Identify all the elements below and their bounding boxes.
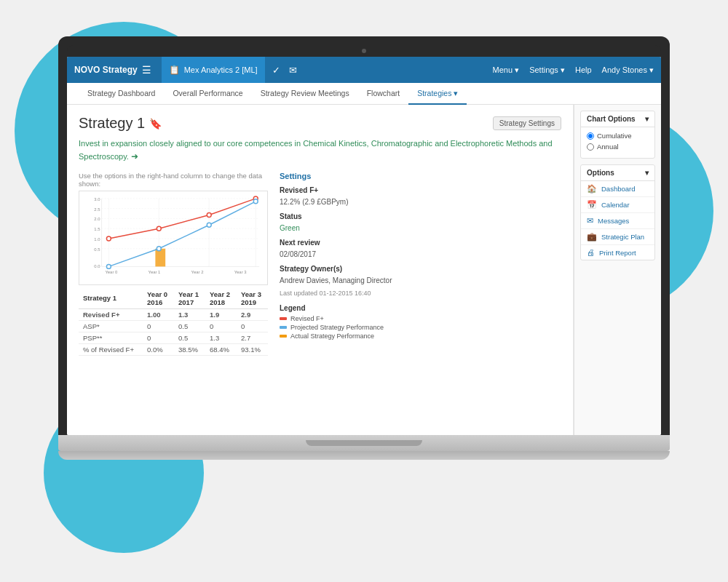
legend-label: Projected Strategy Performance xyxy=(290,324,384,331)
link-icon: 📅 xyxy=(587,200,597,210)
chart-option-radio[interactable] xyxy=(587,143,594,151)
laptop-screen: NOVO Strategy ☰ 📋 Mex Analytics 2 [ML] ✓… xyxy=(67,57,661,435)
link-icon: 🏠 xyxy=(587,184,597,194)
svg-text:3.0: 3.0 xyxy=(94,196,100,201)
legend-color xyxy=(280,326,287,329)
chart-hint: Use the options in the right-hand column… xyxy=(79,172,268,188)
legend-color xyxy=(280,335,287,338)
right-sidebar: Chart Options ▾ CumulativeAnnual Options xyxy=(574,105,661,435)
svg-point-28 xyxy=(106,264,111,268)
sec-nav-flowchart[interactable]: Flowchart xyxy=(358,83,409,105)
legend-color xyxy=(280,317,287,320)
chart-option-radio[interactable] xyxy=(587,132,594,140)
laptop-notch xyxy=(306,440,422,446)
col-header-strategy: Strategy 1 xyxy=(79,288,143,309)
table-row: ASP*00.500 xyxy=(79,320,268,332)
sidebar-link-calendar[interactable]: 📅Calendar xyxy=(581,197,654,213)
main-content: Strategy 1 🔖 Strategy Settings Invest in… xyxy=(67,105,661,435)
link-icon: 💼 xyxy=(587,232,597,242)
status-row: Status Green xyxy=(280,211,396,234)
chart-option-label: Annual xyxy=(597,143,619,151)
sec-nav-meetings[interactable]: Strategy Review Meetings xyxy=(252,83,358,105)
last-updated: Last updated 01-12-2015 16:40 xyxy=(280,290,396,297)
legend-label: Actual Strategy Performance xyxy=(290,332,374,340)
chart-options-section: Chart Options ▾ CumulativeAnnual xyxy=(580,111,655,159)
col-header-year3: Year 32019 xyxy=(237,288,268,309)
svg-point-29 xyxy=(157,246,161,250)
sec-nav-performance[interactable]: Overall Performance xyxy=(164,83,251,105)
edit-arrow-icon[interactable]: ➜ xyxy=(131,151,138,162)
revised-label: Revised F+ 12.2% (2.9 £GBPym) xyxy=(280,185,396,208)
strategy-header: Strategy 1 🔖 Strategy Settings xyxy=(79,115,561,132)
sec-nav-strategies[interactable]: Strategies ▾ xyxy=(408,83,467,105)
chevron-down-icon: ▾ xyxy=(645,115,649,123)
legend-section: Legend Revised F+Projected Strategy Perf… xyxy=(280,304,396,340)
nav-icons: ✓ ✉ xyxy=(272,65,297,76)
svg-text:2.0: 2.0 xyxy=(94,217,100,221)
brand-label: NOVO Strategy xyxy=(74,65,138,75)
svg-text:2.5: 2.5 xyxy=(94,207,100,211)
sidebar-link-dashboard[interactable]: 🏠Dashboard xyxy=(581,181,654,197)
chart-option-item[interactable]: Cumulative xyxy=(587,132,649,140)
options-header[interactable]: Options ▾ xyxy=(581,165,654,181)
hamburger-icon[interactable]: ☰ xyxy=(142,64,151,76)
next-review-row: Next review 02/08/2017 xyxy=(280,237,396,260)
active-tab[interactable]: 📋 Mex Analytics 2 [ML] xyxy=(162,57,265,83)
legend-items: Revised F+Projected Strategy Performance… xyxy=(280,315,396,340)
link-label: Strategic Plan xyxy=(601,233,644,241)
options-section: Options ▾ 🏠Dashboard📅Calendar✉Messages💼S… xyxy=(580,164,655,260)
bookmark-icon[interactable]: 🔖 xyxy=(149,118,162,129)
active-tab-label: Mex Analytics 2 [ML] xyxy=(184,65,258,74)
svg-point-24 xyxy=(106,236,111,241)
col-header-year2: Year 22018 xyxy=(205,288,237,309)
strategy-settings-button[interactable]: Strategy Settings xyxy=(493,116,561,130)
svg-text:Year 2: Year 2 xyxy=(191,270,204,274)
sidebar-link-messages[interactable]: ✉Messages xyxy=(581,213,654,229)
chart-option-label: Cumulative xyxy=(597,132,632,140)
chart-svg: 3.0 2.5 2.0 1.5 1.0 0.5 0.0 Year 0 xyxy=(79,191,268,285)
menu-button[interactable]: Menu ▾ xyxy=(493,65,520,75)
legend-label: Revised F+ xyxy=(290,315,324,322)
owner-row: Strategy Owner(s) Andrew Davies, Managin… xyxy=(280,263,396,287)
chart-options-body: CumulativeAnnual xyxy=(581,127,654,158)
laptop-screen-outer: NOVO Strategy ☰ 📋 Mex Analytics 2 [ML] ✓… xyxy=(58,36,670,435)
legend-item: Revised F+ xyxy=(280,315,396,322)
table-row: Revised F+1.001.31.92.9 xyxy=(79,308,268,320)
chart-wrapper: Use the options in the right-hand column… xyxy=(79,172,561,356)
scene: NOVO Strategy ☰ 📋 Mex Analytics 2 [ML] ✓… xyxy=(0,0,728,582)
svg-point-30 xyxy=(207,223,211,227)
svg-text:Year 0: Year 0 xyxy=(105,270,118,274)
link-label: Dashboard xyxy=(601,185,635,193)
svg-text:Year 1: Year 1 xyxy=(149,270,161,274)
settings-panel-title: Settings xyxy=(280,172,396,180)
link-label: Calendar xyxy=(601,201,630,209)
camera-bar xyxy=(67,45,661,57)
checkmark-icon[interactable]: ✓ xyxy=(272,65,280,76)
svg-text:1.0: 1.0 xyxy=(94,236,100,241)
help-button[interactable]: Help xyxy=(575,65,592,74)
secondary-nav: Strategy Dashboard Overall Performance S… xyxy=(67,83,661,105)
legend-title: Legend xyxy=(280,304,396,312)
legend-item: Actual Strategy Performance xyxy=(280,332,396,340)
app: NOVO Strategy ☰ 📋 Mex Analytics 2 [ML] ✓… xyxy=(67,57,661,435)
chart-options-header[interactable]: Chart Options ▾ xyxy=(581,111,654,127)
chart-option-item[interactable]: Annual xyxy=(587,143,649,151)
col-header-year1: Year 12017 xyxy=(174,288,205,309)
chevron-down-icon-2: ▾ xyxy=(645,169,649,177)
sec-nav-dashboard[interactable]: Strategy Dashboard xyxy=(79,83,164,105)
options-links: 🏠Dashboard📅Calendar✉Messages💼Strategic P… xyxy=(581,181,654,260)
laptop-bottom xyxy=(58,451,670,460)
strategy-description: Invest in expansion closely aligned to o… xyxy=(79,137,561,163)
center-panel: Strategy 1 🔖 Strategy Settings Invest in… xyxy=(67,105,574,435)
svg-point-26 xyxy=(207,212,211,217)
settings-button[interactable]: Settings ▾ xyxy=(529,65,565,75)
sidebar-link-strategic-plan[interactable]: 💼Strategic Plan xyxy=(581,229,654,245)
svg-rect-23 xyxy=(155,248,165,266)
table-row: PSP**00.51.32.7 xyxy=(79,332,268,343)
sidebar-link-print-report[interactable]: 🖨Print Report xyxy=(581,245,654,260)
strategies-dropdown: Strategies ▾ xyxy=(417,89,458,97)
mail-icon[interactable]: ✉ xyxy=(289,65,297,76)
top-nav: NOVO Strategy ☰ 📋 Mex Analytics 2 [ML] ✓… xyxy=(67,57,661,83)
link-label: Messages xyxy=(598,217,629,225)
user-button[interactable]: Andy Stones ▾ xyxy=(602,65,654,75)
